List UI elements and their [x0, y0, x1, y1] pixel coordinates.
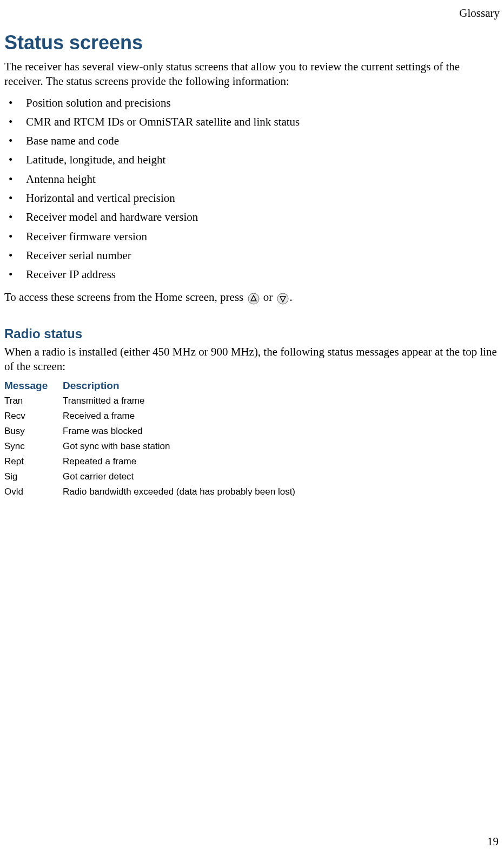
table-cell-description: Got carrier detect [63, 469, 306, 484]
table-row: Recv Received a frame [4, 409, 306, 424]
access-text-suffix: . [290, 291, 293, 304]
list-item: Antenna height [4, 170, 500, 189]
up-arrow-button-icon [248, 290, 260, 307]
list-item: Receiver model and hardware version [4, 208, 500, 227]
table-cell-message: Rept [4, 454, 63, 469]
status-bullet-list: Position solution and precisions CMR and… [4, 94, 500, 285]
page-number: 19 [487, 835, 499, 849]
table-row: Sig Got carrier detect [4, 469, 306, 484]
table-cell-description: Received a frame [63, 409, 306, 424]
list-item: Base name and code [4, 131, 500, 150]
intro-paragraph: The receiver has several view-only statu… [4, 60, 500, 89]
table-row: Sync Got sync with base station [4, 439, 306, 454]
header-section-label: Glossary [459, 6, 500, 20]
table-cell-message: Busy [4, 424, 63, 439]
table-cell-message: Sig [4, 469, 63, 484]
down-arrow-button-icon [277, 290, 289, 307]
table-cell-description: Transmitted a frame [63, 393, 306, 409]
access-instruction: To access these screens from the Home sc… [4, 289, 500, 307]
table-cell-description: Got sync with base station [63, 439, 306, 454]
page-title: Status screens [4, 31, 500, 54]
list-item: Receiver serial number [4, 246, 500, 265]
table-row: Rept Repeated a frame [4, 454, 306, 469]
table-row: Busy Frame was blocked [4, 424, 306, 439]
list-item: Receiver firmware version [4, 227, 500, 246]
radio-intro-paragraph: When a radio is installed (either 450 MH… [4, 345, 500, 374]
table-header-description: Description [63, 378, 306, 393]
table-row: Tran Transmitted a frame [4, 393, 306, 409]
table-cell-description: Radio bandwidth exceeded (data has proba… [63, 484, 306, 499]
list-item: Receiver IP address [4, 265, 500, 284]
list-item: Latitude, longitude, and height [4, 150, 500, 169]
access-text-prefix: To access these screens from the Home sc… [4, 291, 243, 304]
radio-status-heading: Radio status [4, 326, 500, 341]
table-row: Ovld Radio bandwidth exceeded (data has … [4, 484, 306, 499]
table-cell-description: Repeated a frame [63, 454, 306, 469]
table-cell-message: Ovld [4, 484, 63, 499]
radio-status-table: Message Description Tran Transmitted a f… [4, 378, 306, 499]
table-cell-message: Tran [4, 393, 63, 409]
access-text-or: or [263, 291, 273, 304]
table-cell-message: Recv [4, 409, 63, 424]
page-content: Status screens The receiver has several … [0, 0, 504, 499]
table-cell-description: Frame was blocked [63, 424, 306, 439]
list-item: Position solution and precisions [4, 94, 500, 113]
table-header-message: Message [4, 378, 63, 393]
table-cell-message: Sync [4, 439, 63, 454]
list-item: Horizontal and vertical precision [4, 189, 500, 208]
list-item: CMR and RTCM IDs or OmniSTAR satellite a… [4, 113, 500, 131]
